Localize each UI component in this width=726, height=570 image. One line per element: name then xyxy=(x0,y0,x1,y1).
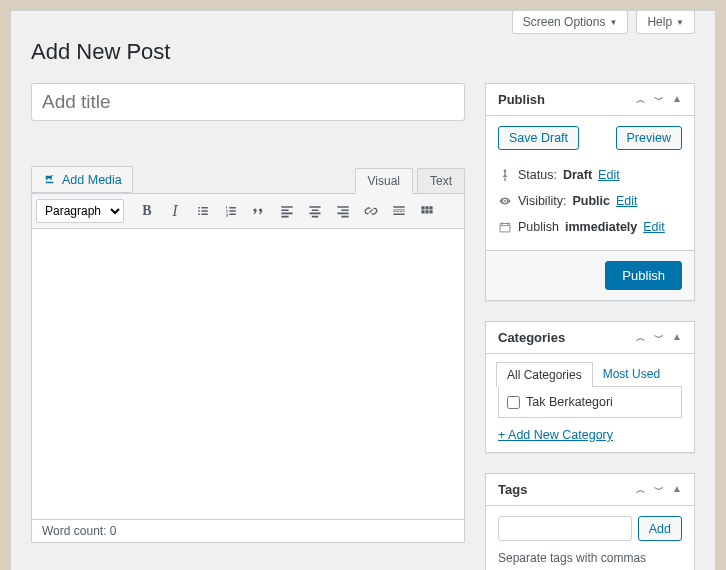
editor-tabs: Visual Text xyxy=(351,168,465,193)
italic-button[interactable]: I xyxy=(162,198,188,224)
bold-button[interactable]: B xyxy=(134,198,160,224)
publish-label: Publish xyxy=(518,220,559,234)
box-move-down-icon[interactable]: ﹀ xyxy=(654,483,664,497)
bullet-list-button[interactable] xyxy=(190,198,216,224)
tab-text[interactable]: Text xyxy=(417,168,465,193)
svg-point-0 xyxy=(47,176,49,178)
visibility-value: Public xyxy=(572,194,610,208)
editor-content-area[interactable] xyxy=(32,229,464,519)
editor-toolbar: Paragraph B I xyxy=(32,194,464,229)
categories-heading: Categories xyxy=(498,330,565,345)
box-move-down-icon[interactable]: ﹀ xyxy=(654,331,664,345)
numbered-list-icon xyxy=(223,203,239,219)
align-center-icon xyxy=(307,203,323,219)
align-left-icon xyxy=(279,203,295,219)
add-media-label: Add Media xyxy=(62,173,122,187)
tag-input[interactable] xyxy=(498,516,632,541)
format-select[interactable]: Paragraph xyxy=(36,199,124,223)
align-right-icon xyxy=(335,203,351,219)
tag-hint: Separate tags with commas xyxy=(498,551,682,565)
editor-container: Paragraph B I xyxy=(31,193,465,543)
publish-button[interactable]: Publish xyxy=(605,261,682,290)
tab-all-categories[interactable]: All Categories xyxy=(496,362,593,387)
quote-icon xyxy=(251,203,267,219)
tags-heading: Tags xyxy=(498,482,527,497)
add-tag-button[interactable]: Add xyxy=(638,516,682,541)
bullet-list-icon xyxy=(195,203,211,219)
word-count: Word count: 0 xyxy=(42,524,116,538)
numbered-list-button[interactable] xyxy=(218,198,244,224)
align-right-button[interactable] xyxy=(330,198,356,224)
category-label: Tak Berkategori xyxy=(526,395,613,409)
categories-box: Categories ︿ ﹀ ▲ All Categories Most Use… xyxy=(485,321,695,453)
box-toggle-icon[interactable]: ▲ xyxy=(672,93,682,107)
link-icon xyxy=(363,203,379,219)
tab-visual[interactable]: Visual xyxy=(355,168,413,194)
box-move-up-icon[interactable]: ︿ xyxy=(636,331,646,345)
box-move-up-icon[interactable]: ︿ xyxy=(636,93,646,107)
visibility-icon xyxy=(498,194,512,208)
calendar-icon xyxy=(498,220,512,234)
box-move-up-icon[interactable]: ︿ xyxy=(636,483,646,497)
category-item[interactable]: Tak Berkategori xyxy=(507,395,673,409)
align-center-button[interactable] xyxy=(302,198,328,224)
tab-most-used[interactable]: Most Used xyxy=(593,362,670,387)
add-media-button[interactable]: Add Media xyxy=(31,166,133,193)
status-label: Status: xyxy=(518,168,557,182)
publish-value: immediately xyxy=(565,220,637,234)
publish-heading: Publish xyxy=(498,92,545,107)
blockquote-button[interactable] xyxy=(246,198,272,224)
tags-box: Tags ︿ ﹀ ▲ Add Separate tags with commas… xyxy=(485,473,695,570)
save-draft-button[interactable]: Save Draft xyxy=(498,126,579,150)
post-title-input[interactable] xyxy=(31,83,465,121)
visibility-label: Visibility: xyxy=(518,194,566,208)
edit-publish-link[interactable]: Edit xyxy=(643,220,665,234)
screen-meta: Screen Options Help xyxy=(512,11,695,34)
kitchen-sink-icon xyxy=(419,203,435,219)
status-value: Draft xyxy=(563,168,592,182)
add-new-category-link[interactable]: + Add New Category xyxy=(498,428,613,442)
box-toggle-icon[interactable]: ▲ xyxy=(672,331,682,345)
screen-options-toggle[interactable]: Screen Options xyxy=(512,11,629,34)
help-toggle[interactable]: Help xyxy=(636,11,695,34)
preview-button[interactable]: Preview xyxy=(616,126,682,150)
insert-link-button[interactable] xyxy=(358,198,384,224)
side-column: Publish ︿ ﹀ ▲ Save Draft Preview Status: xyxy=(485,83,695,570)
pin-icon xyxy=(498,168,512,182)
read-more-button[interactable] xyxy=(386,198,412,224)
camera-music-icon xyxy=(42,172,57,187)
publish-box: Publish ︿ ﹀ ▲ Save Draft Preview Status: xyxy=(485,83,695,301)
post-editor-screen: Screen Options Help Add New Post Add Med… xyxy=(10,10,716,570)
main-column: Add Media Visual Text Paragraph B I xyxy=(31,83,465,570)
edit-status-link[interactable]: Edit xyxy=(598,168,620,182)
category-checkbox[interactable] xyxy=(507,396,520,409)
read-more-icon xyxy=(391,203,407,219)
editor-status-bar: Word count: 0 xyxy=(32,519,464,542)
toolbar-toggle-button[interactable] xyxy=(414,198,440,224)
edit-visibility-link[interactable]: Edit xyxy=(616,194,638,208)
align-left-button[interactable] xyxy=(274,198,300,224)
box-toggle-icon[interactable]: ▲ xyxy=(672,483,682,497)
box-move-down-icon[interactable]: ﹀ xyxy=(654,93,664,107)
svg-point-1 xyxy=(504,200,506,202)
